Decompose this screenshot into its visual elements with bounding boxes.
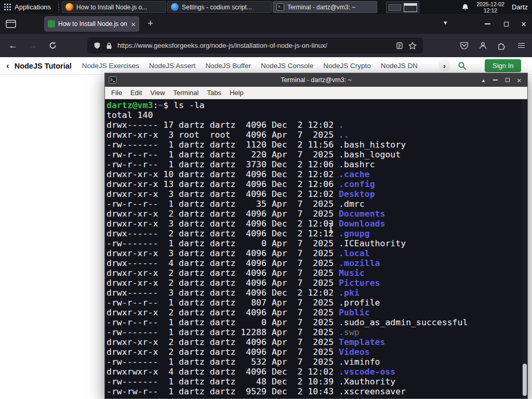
window-minimize-button[interactable]: [479, 14, 496, 34]
workspace-pager[interactable]: [386, 2, 419, 13]
settings-icon: [171, 3, 179, 11]
taskbar-button-title: How to Install Node.js o...: [76, 4, 147, 11]
ls-entry-name: .vscode-oss: [339, 367, 395, 377]
terminal-title-bar[interactable]: Terminal - dartz@vm3: ~ ▴ ×: [105, 73, 527, 87]
site-search-button[interactable]: [458, 61, 467, 72]
window-close-button[interactable]: ×: [515, 14, 532, 34]
terminal-menu-tabs[interactable]: Tabs: [203, 88, 225, 98]
sign-in-button[interactable]: Sign In: [485, 59, 521, 72]
ls-entry-name: Downloads: [339, 219, 385, 229]
terminal-close-button[interactable]: ×: [513, 73, 525, 87]
tab-close-icon[interactable]: ×: [131, 20, 136, 28]
notifications-button[interactable]: [461, 3, 469, 11]
site-nav-link[interactable]: NodeJS DNS: [381, 62, 417, 70]
account-icon: [478, 41, 487, 50]
ls-entry-line: -rw------- 1 dartz dartz 532 Apr 7 2025 …: [107, 357, 527, 367]
ls-entry-meta: -rw-r--r-- 1 dartz dartz 220 Apr 7 2025: [107, 150, 339, 159]
terminal-maximize-button[interactable]: [501, 73, 513, 87]
ls-entry-name: .swp: [339, 327, 360, 337]
ls-entry-name: Pictures: [339, 278, 380, 288]
terminal-menu-edit[interactable]: Edit: [126, 88, 146, 98]
prompt-userhost: dartz@vm3: [107, 100, 153, 110]
ls-entry-meta: -rw-r--r-- 1 dartz dartz 807 Apr 7 2025: [107, 298, 339, 308]
terminal-minimize-button[interactable]: [489, 73, 501, 87]
nav-scroll-left-icon[interactable]: ‹: [6, 61, 9, 70]
ls-entry-name: .ICEauthority: [339, 238, 406, 248]
terminal-menu-help[interactable]: Help: [225, 88, 248, 98]
url-text[interactable]: https://www.geeksforgeeks.org/node-js/in…: [117, 42, 391, 49]
firefox-icon: [65, 3, 73, 11]
reader-view-icon[interactable]: [396, 42, 403, 49]
workspace-window-mini: [389, 4, 401, 11]
ls-entry-line: drwxr-xr-x 3 dartz dartz 4096 Dec 2 12:0…: [107, 189, 527, 199]
taskbar-button[interactable]: Terminal - dartz@vm3: ~: [273, 1, 377, 13]
ls-entry-line: -rw------- 1 dartz dartz 48 Dec 2 10:39 …: [107, 377, 527, 387]
terminal-output[interactable]: dartz@vm3:~$ ls -latotal 140drwx------ 1…: [105, 99, 527, 396]
nav-scroll-right-button[interactable]: ›: [438, 60, 450, 72]
taskbar-button[interactable]: How to Install Node.js o...: [62, 1, 166, 13]
site-nav-link[interactable]: NodeJS Assert: [149, 62, 195, 70]
bell-icon: [461, 3, 469, 11]
desktop: Applications How to Install Node.js o...…: [0, 0, 532, 399]
menu-button[interactable]: [513, 34, 529, 57]
ls-entry-meta: -rw-r--r-- 1 dartz dartz 0 Apr 7 2025: [107, 317, 339, 327]
browser-tab[interactable]: How to Install Node.js on ×: [44, 16, 139, 32]
ls-entry-name: Public: [339, 308, 370, 317]
terminal-shade-button[interactable]: ▴: [477, 73, 489, 87]
panel-separator: [58, 2, 60, 12]
forward-button[interactable]: →: [25, 34, 41, 57]
bookmark-star-icon[interactable]: [408, 42, 417, 50]
site-nav-link[interactable]: NodeJS Console: [261, 62, 313, 70]
ls-entry-meta: drwxr-xr-x 3 dartz dartz 4096 Apr 7 2025: [107, 248, 339, 258]
site-nav-link[interactable]: NodeJS Crypto: [323, 62, 371, 70]
ls-entry-name: Videos: [339, 347, 370, 357]
ls-entry-line: -rw-r--r-- 1 dartz dartz 35 Apr 7 2025 .…: [107, 199, 527, 209]
ls-entry-name: .bash_history: [339, 140, 406, 150]
terminal-menu-terminal[interactable]: Terminal: [169, 88, 203, 98]
ls-entry-meta: drwxr-xr-x 3 root root 4096 Apr 7 2025: [107, 130, 339, 140]
terminal-menu-view[interactable]: View: [146, 88, 169, 98]
url-bar[interactable]: https://www.geeksforgeeks.org/node-js/in…: [87, 37, 423, 54]
clock-time: 12:12: [476, 7, 504, 14]
ls-entry-meta: drwxr-xr-x 2 dartz dartz 4096 Apr 7 2025: [107, 347, 339, 357]
ls-entry-name: .: [339, 120, 344, 130]
clock[interactable]: 2025-12-02 12:12: [476, 1, 504, 14]
reload-button[interactable]: [45, 34, 60, 57]
ls-entry-line: drwxr-xr-x 2 dartz dartz 4096 Apr 7 2025…: [107, 278, 527, 288]
terminal-scrollbar[interactable]: [522, 99, 527, 398]
site-nav-link[interactable]: NodeJS Buffer: [205, 62, 251, 70]
applications-menu-label: Applications: [15, 3, 51, 11]
pocket-button[interactable]: [456, 34, 472, 57]
ls-entry-meta: drwx------ 2 dartz dartz 4096 Dec 2 12:1…: [107, 229, 339, 238]
back-button[interactable]: ←: [5, 34, 21, 57]
applications-menu-button[interactable]: Applications: [0, 0, 56, 14]
ls-entry-line: drwxr-xr-x 10 dartz dartz 4096 Dec 2 12:…: [107, 169, 527, 179]
ls-entry-meta: drwx------ 17 dartz dartz 4096 Dec 2 12:…: [107, 120, 339, 130]
ls-entry-line: drwx------ 2 dartz dartz 4096 Dec 2 12:1…: [107, 229, 527, 238]
account-button[interactable]: [475, 34, 490, 57]
new-tab-button[interactable]: +: [148, 18, 153, 29]
prompt-line: dartz@vm3:~$ ls -la: [107, 100, 527, 110]
scrollbar-thumb[interactable]: [523, 364, 527, 396]
ls-entry-name: .pki: [339, 288, 360, 298]
ls-entry-line: -rw-r--r-- 1 dartz dartz 0 Apr 7 2025 .s…: [107, 317, 527, 327]
ls-entry-line: drwxr-xr-x 3 dartz dartz 4096 Apr 7 2025…: [107, 248, 527, 258]
ls-entry-line: drwxr-xr-x 2 dartz dartz 4096 Apr 7 2025…: [107, 347, 527, 357]
taskbar-button[interactable]: Settings - codium script...: [167, 1, 272, 13]
site-nav-link[interactable]: NodeJS Exercises: [82, 62, 139, 70]
ls-entry-line: drwxrwxr-x 4 dartz dartz 4096 Dec 2 12:0…: [107, 367, 527, 377]
ls-entry-meta: -rw------- 1 dartz dartz 532 Apr 7 2025: [107, 357, 339, 367]
window-maximize-button[interactable]: [498, 14, 514, 34]
ls-entry-name: .xscreensaver: [339, 387, 406, 396]
firefox-view-button[interactable]: [6, 20, 16, 30]
ls-entry-name: .config: [339, 179, 375, 189]
extensions-button[interactable]: [494, 34, 509, 57]
ls-entry-name: Documents: [339, 209, 385, 219]
list-all-tabs-icon[interactable]: ▾: [444, 19, 447, 26]
prompt-separator: :: [153, 100, 158, 110]
terminal-menu-file[interactable]: File: [107, 88, 126, 98]
panel-tray: 2025-12-02 12:12 Dartz: [461, 1, 532, 14]
site-nav-active-link[interactable]: NodeJS Tutorial: [15, 62, 72, 70]
terminal-body[interactable]: dartz@vm3:~$ ls -latotal 140drwx------ 1…: [105, 99, 527, 398]
user-menu[interactable]: Dartz: [512, 3, 528, 11]
